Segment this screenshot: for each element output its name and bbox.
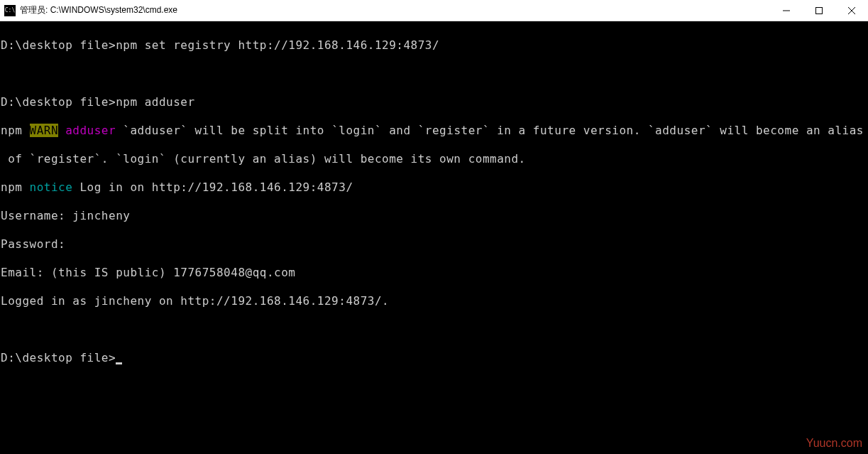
window-controls (770, 0, 868, 21)
terminal-blank (1, 67, 867, 81)
window-title: 管理员: C:\WINDOWS\system32\cmd.exe (20, 4, 177, 16)
terminal-line: D:\desktop file> (1, 351, 867, 365)
cmd-icon: C:\ (4, 5, 16, 16)
spacer (58, 124, 65, 137)
terminal-line: of `register`. `login` (currently an ali… (1, 152, 867, 166)
watermark: Yuucn.com (806, 437, 862, 450)
terminal-line: npm WARN adduser `adduser` will be split… (1, 124, 867, 138)
terminal-line: D:\desktop file>npm adduser (1, 95, 867, 109)
prompt: D:\desktop file> (1, 351, 116, 364)
terminal-output[interactable]: D:\desktop file>npm set registry http://… (0, 21, 868, 382)
terminal-line: D:\desktop file>npm set registry http://… (1, 38, 867, 53)
npm-text: npm (1, 124, 30, 137)
npm-text: npm (1, 180, 30, 194)
terminal-blank (1, 323, 867, 337)
warn-module: adduser (65, 124, 116, 137)
prompt: D:\desktop file> (1, 95, 116, 109)
terminal-line: npm notice Log in on http://192.168.146.… (1, 180, 867, 195)
terminal-line: Email: (this IS public) 1776758048@qq.co… (1, 266, 867, 280)
minimize-button[interactable] (770, 0, 803, 21)
close-button[interactable] (835, 0, 868, 21)
cursor (116, 362, 122, 364)
window-titlebar: C:\ 管理员: C:\WINDOWS\system32\cmd.exe (0, 0, 868, 21)
notice-tag: notice (30, 180, 73, 194)
titlebar-left: C:\ 管理员: C:\WINDOWS\system32\cmd.exe (0, 4, 177, 16)
command-text: npm adduser (116, 95, 194, 109)
terminal-line: Logged in as jincheny on http://192.168.… (1, 294, 867, 308)
svg-rect-1 (816, 7, 823, 13)
maximize-button[interactable] (803, 0, 835, 21)
terminal-line: Username: jincheny (1, 209, 867, 223)
command-text: npm set registry http://192.168.146.129:… (116, 38, 439, 52)
warn-badge: WARN (30, 124, 59, 137)
terminal-line: Password: (1, 237, 867, 252)
prompt: D:\desktop file> (1, 38, 116, 52)
warn-message: `adduser` will be split into `login` and… (116, 124, 864, 137)
warn-message: of `register`. `login` (currently an ali… (1, 152, 526, 166)
notice-message: Log in on http://192.168.146.129:4873/ (72, 180, 353, 194)
